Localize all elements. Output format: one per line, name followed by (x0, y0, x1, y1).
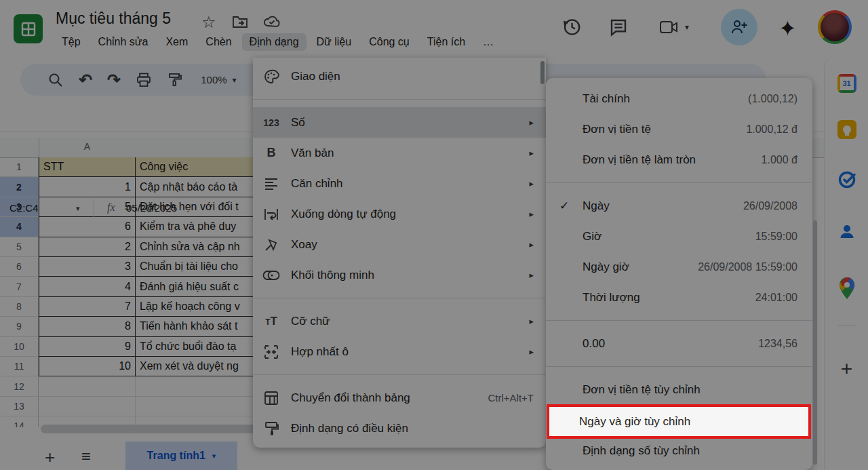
menu-item-custom-date-time-highlighted[interactable]: Ngày và giờ tùy chỉnh (547, 404, 811, 439)
dim-overlay (0, 0, 868, 470)
